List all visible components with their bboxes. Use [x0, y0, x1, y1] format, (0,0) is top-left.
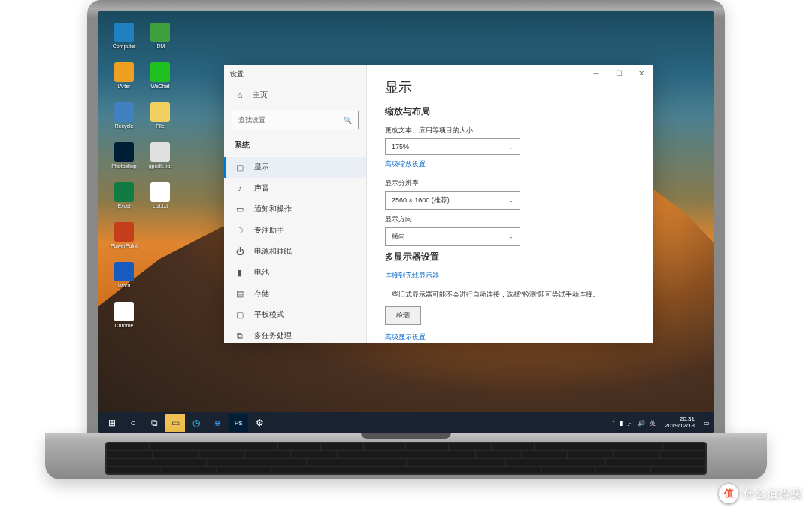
- laptop-base: [45, 433, 767, 479]
- system-tray: ˄ ▮ ⋰ 🔊 英 20:31 2019/12/18 ▭: [612, 416, 710, 430]
- nav-label: 显示: [254, 162, 269, 172]
- advanced-scaling-link[interactable]: 高级缩放设置: [385, 160, 635, 169]
- wireless-display-link[interactable]: 连接到无线显示器: [385, 271, 635, 281]
- tray-battery-icon[interactable]: ▮: [620, 420, 623, 427]
- nav-icon: ⧉: [235, 331, 245, 341]
- nav-item-7[interactable]: ▢平板模式: [224, 304, 366, 325]
- desktop-icon-powerpoint[interactable]: PowerPoint: [108, 222, 140, 248]
- icon-label: PowerPoint: [111, 243, 138, 248]
- nav-item-5[interactable]: ▮电池: [224, 262, 366, 283]
- section-multimonitor: 多显示器设置: [385, 251, 635, 263]
- nav-icon: ☽: [235, 226, 245, 236]
- nav-item-6[interactable]: ▤存储: [224, 283, 366, 304]
- home-link[interactable]: ⌂ 主页: [224, 84, 366, 106]
- watermark-text: 什么值得买: [743, 487, 803, 501]
- icon-label: List.txt: [153, 203, 168, 208]
- home-label: 主页: [253, 90, 268, 100]
- chevron-down-icon: ⌄: [508, 233, 514, 240]
- chevron-down-icon: ⌄: [508, 197, 514, 204]
- orientation-label: 显示方向: [385, 214, 635, 224]
- desktop-icon-gpedit.bat[interactable]: gpedit.bat: [144, 142, 176, 169]
- desktop-icon-photoshop[interactable]: Photoshop: [108, 142, 140, 169]
- icon-label: Computer: [113, 44, 136, 49]
- desktop-icon-recycle[interactable]: Recycle: [108, 102, 140, 129]
- desktop-wallpaper: ComputerIDMiArterWeChatRecycleFilePhotos…: [98, 11, 714, 433]
- advanced-display-link[interactable]: 高级显示设置: [385, 333, 635, 342]
- detect-note: 一些旧式显示器可能不会进行自动连接，选择"检测"即可尝试手动连接。: [385, 290, 635, 300]
- desktop-icon-excel[interactable]: Excel: [108, 182, 140, 208]
- nav-item-1[interactable]: ♪声音: [224, 178, 366, 199]
- desktop-icon-list.txt[interactable]: List.txt: [144, 182, 176, 208]
- nav-item-4[interactable]: ⏻电源和睡眠: [224, 241, 366, 262]
- icon-label: Excel: [117, 203, 130, 208]
- desktop-icon-word[interactable]: Word: [108, 262, 140, 288]
- desktop-icon-chrome[interactable]: Chrome: [108, 302, 140, 328]
- maximize-button[interactable]: ☐: [607, 65, 630, 81]
- tray-ime[interactable]: 英: [650, 419, 656, 427]
- action-center-icon[interactable]: ▭: [704, 420, 710, 427]
- resolution-select[interactable]: 2560 × 1600 (推荐)⌄: [385, 191, 520, 210]
- search-button[interactable]: ○: [123, 414, 143, 432]
- nav-icon: ♪: [235, 184, 245, 193]
- icon-label: iArter: [118, 84, 131, 89]
- tray-wifi-icon[interactable]: ⋰: [627, 420, 633, 427]
- desktop-icon-computer[interactable]: Computer: [108, 23, 140, 49]
- chevron-down-icon: ⌄: [508, 144, 514, 151]
- icon-label: WeChat: [150, 84, 169, 89]
- laptop-keyboard: [105, 442, 707, 475]
- search-placeholder: 查找设置: [238, 115, 265, 125]
- orientation-select[interactable]: 横向⌄: [385, 227, 520, 246]
- taskbar-app-clock[interactable]: ◷: [186, 414, 206, 432]
- app-icon: [150, 182, 170, 202]
- scale-label: 更改文本、应用等项目的大小: [385, 126, 635, 135]
- nav-label: 存储: [254, 288, 269, 299]
- desktop-icon-file[interactable]: File: [144, 102, 176, 129]
- scale-select[interactable]: 175%⌄: [385, 138, 520, 155]
- desktop-icon-wechat[interactable]: WeChat: [144, 62, 176, 89]
- laptop-hinge: [361, 433, 451, 439]
- icon-label: IDM: [156, 44, 165, 49]
- start-button[interactable]: ⊞: [102, 414, 122, 432]
- nav-label: 通知和操作: [254, 204, 292, 214]
- settings-window: ─ ☐ ✕ 设置 ⌂ 主页 查找设置 🔍 系统 ▢显示♪声音▭通知和操作☽专注助…: [224, 65, 653, 343]
- category-heading: 系统: [224, 134, 366, 157]
- task-view-button[interactable]: ⧉: [144, 414, 164, 432]
- app-icon: [150, 142, 170, 162]
- taskbar-clock[interactable]: 20:31 2019/12/18: [660, 416, 699, 430]
- minimize-button[interactable]: ─: [585, 65, 607, 81]
- app-icon: [114, 182, 134, 202]
- close-button[interactable]: ✕: [630, 65, 653, 81]
- app-icon: [150, 102, 170, 122]
- desktop-icons-grid: ComputerIDMiArterWeChatRecycleFilePhotos…: [108, 23, 176, 328]
- taskbar-app-ie[interactable]: e: [208, 414, 227, 432]
- taskbar-app-photoshop[interactable]: Ps: [229, 414, 248, 432]
- detect-button[interactable]: 检测: [385, 306, 421, 325]
- icon-label: Recycle: [115, 123, 134, 129]
- nav-item-8[interactable]: ⧉多任务处理: [224, 325, 366, 346]
- home-icon: ⌂: [235, 90, 245, 99]
- nav-item-0[interactable]: ▢显示: [224, 157, 366, 178]
- tray-chevron-icon[interactable]: ˄: [612, 420, 615, 427]
- app-icon: [114, 222, 134, 242]
- nav-icon: ▤: [235, 289, 245, 299]
- app-icon: [114, 23, 134, 42]
- icon-label: Chrome: [115, 323, 134, 328]
- app-icon: [114, 262, 134, 281]
- nav-label: 平板模式: [254, 309, 284, 320]
- desktop-icon-iarter[interactable]: iArter: [108, 62, 140, 89]
- icon-label: File: [156, 123, 164, 129]
- app-icon: [150, 62, 170, 82]
- search-input[interactable]: 查找设置 🔍: [232, 111, 359, 129]
- desktop-icon-idm[interactable]: IDM: [144, 23, 176, 49]
- icon-label: gpedit.bat: [149, 163, 172, 169]
- nav-item-3[interactable]: ☽专注助手: [224, 220, 366, 241]
- nav-icon: ▢: [235, 310, 245, 320]
- nav-item-2[interactable]: ▭通知和操作: [224, 199, 366, 220]
- nav-label: 电源和睡眠: [254, 246, 292, 257]
- taskbar-app-settings[interactable]: ⚙: [250, 414, 269, 432]
- tray-volume-icon[interactable]: 🔊: [638, 420, 645, 427]
- app-icon: [114, 102, 134, 122]
- window-title: 设置: [224, 65, 366, 84]
- taskbar-app-explorer[interactable]: ▭: [165, 414, 185, 432]
- section-scaling: 缩放与布局: [385, 105, 635, 118]
